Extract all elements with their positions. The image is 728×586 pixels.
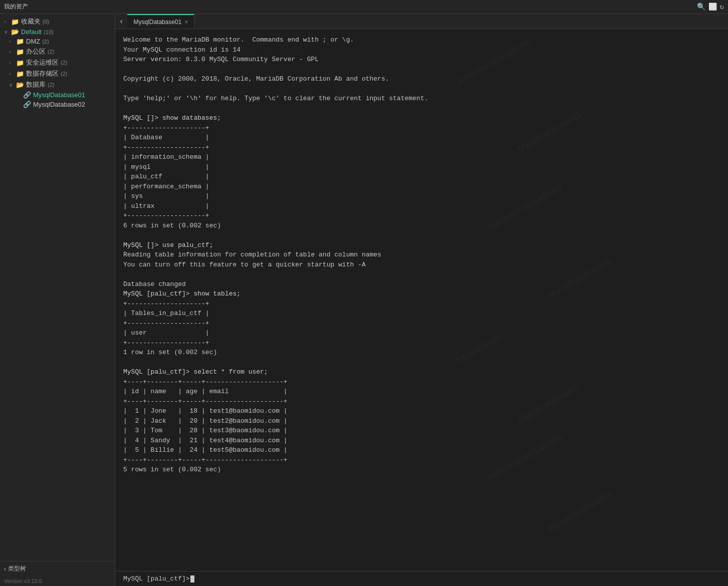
- sidebar-item-collections[interactable]: › 📁 收藏夹 (0): [0, 16, 115, 27]
- folder-icon-dmz: 📁: [16, 38, 24, 45]
- terminal-input-bar[interactable]: MySQL [palu_ctf]>: [115, 571, 728, 586]
- count-storage: (2): [61, 71, 67, 77]
- terminal-prompt: MySQL [palu_ctf]>: [123, 575, 190, 582]
- type-tree-label: 类型树: [8, 564, 26, 573]
- arrow-database: ∨: [9, 82, 14, 88]
- label-dmz: DMZ: [26, 38, 40, 45]
- tab-close-db01[interactable]: ×: [184, 19, 188, 26]
- label-db01: MysqlDatabase01: [33, 91, 85, 99]
- sidebar-item-storage[interactable]: › 📁 数据存储区 (2): [0, 68, 115, 79]
- sidebar-item-dmz[interactable]: › 📁 DMZ (2): [0, 37, 115, 46]
- content-area: ‹ MysqlDatabase01 × Administrator(admin)…: [115, 14, 728, 586]
- sidebar-version: Version v3.10.6: [0, 576, 115, 586]
- sidebar-item-db01[interactable]: 🔗 MysqlDatabase01: [0, 90, 115, 100]
- count-dmz: (2): [42, 39, 49, 45]
- terminal-cursor: [190, 575, 194, 582]
- refresh-icon[interactable]: ↻: [720, 3, 724, 11]
- sidebar: › 📁 收藏夹 (0) ∨ 📂 Default (10) › 📁 DMZ (2): [0, 14, 115, 586]
- watermark-8: MysqlDatabase01: [546, 489, 614, 534]
- arrow-dmz: ›: [9, 39, 14, 44]
- db-icon-02: 🔗: [23, 101, 31, 108]
- label-db02: MysqlDatabase02: [33, 101, 85, 108]
- folder-icon-office: 📁: [16, 48, 24, 56]
- count-collections: (0): [43, 19, 49, 25]
- arrow-collections: ›: [4, 19, 9, 25]
- label-database: 数据库: [26, 80, 46, 89]
- folder-icon-collections: 📁: [11, 18, 19, 26]
- maximize-icon[interactable]: ⬜: [708, 3, 717, 11]
- main-layout: › 📁 收藏夹 (0) ∨ 📂 Default (10) › 📁 DMZ (2): [0, 14, 728, 586]
- label-security: 安全运维区: [26, 58, 59, 67]
- search-icon[interactable]: 🔍: [697, 3, 705, 11]
- sidebar-type-tree[interactable]: › 类型树: [0, 561, 115, 576]
- folder-icon-storage: 📁: [16, 70, 24, 78]
- tab-bar: ‹ MysqlDatabase01 ×: [115, 14, 728, 29]
- label-storage: 数据存储区: [26, 69, 59, 78]
- tab-db01[interactable]: MysqlDatabase01 ×: [127, 14, 194, 29]
- terminal[interactable]: Administrator(admin) MysqlDatabase01 Adm…: [115, 29, 728, 571]
- sidebar-item-db02[interactable]: 🔗 MysqlDatabase02: [0, 100, 115, 109]
- arrow-office: ›: [9, 49, 14, 55]
- folder-icon-database: 📂: [16, 81, 24, 89]
- top-bar: 我的资产 🔍 ⬜ ↻: [0, 0, 728, 14]
- folder-icon-default: 📂: [11, 28, 19, 36]
- count-office: (2): [48, 49, 54, 55]
- count-security: (2): [61, 60, 67, 66]
- top-bar-icons: 🔍 ⬜ ↻: [697, 3, 724, 11]
- sidebar-item-database[interactable]: ∨ 📂 数据库 (2): [0, 79, 115, 90]
- count-database: (2): [48, 82, 54, 88]
- sidebar-item-security[interactable]: › 📁 安全运维区 (2): [0, 57, 115, 68]
- label-collections: 收藏夹: [21, 17, 41, 26]
- sidebar-tree: › 📁 收藏夹 (0) ∨ 📂 Default (10) › 📁 DMZ (2): [0, 14, 115, 561]
- label-office: 办公区: [26, 47, 46, 56]
- arrow-security: ›: [9, 60, 14, 66]
- db-icon-01: 🔗: [23, 91, 31, 99]
- terminal-output: Welcome to the MariaDB monitor. Commands…: [123, 35, 720, 475]
- tab-arrow-left[interactable]: ‹: [115, 18, 127, 26]
- arrow-db01: [16, 92, 21, 98]
- sidebar-item-default[interactable]: ∨ 📂 Default (10): [0, 27, 115, 37]
- label-default: Default: [21, 28, 42, 36]
- arrow-db02: [16, 102, 21, 107]
- top-bar-title: 我的资产: [4, 3, 28, 11]
- tab-label-db01: MysqlDatabase01: [133, 19, 181, 26]
- count-default: (10): [44, 29, 54, 35]
- arrow-default: ∨: [4, 29, 9, 35]
- sidebar-item-office[interactable]: › 📁 办公区 (2): [0, 46, 115, 57]
- folder-icon-security: 📁: [16, 59, 24, 67]
- chevron-right-icon: ›: [4, 565, 6, 572]
- arrow-storage: ›: [9, 71, 14, 77]
